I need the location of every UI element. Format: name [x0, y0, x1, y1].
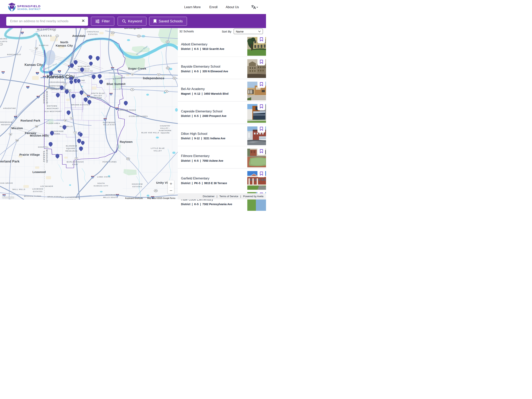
svg-text:169: 169 — [16, 140, 18, 141]
svg-text:UNNINGHAM: UNNINGHAM — [0, 121, 13, 123]
svg-text:COUNTRY: COUNTRY — [160, 125, 170, 127]
svg-text:EAST SIDE: EAST SIDE — [90, 97, 102, 99]
svg-text:NORTHWEST: NORTHWEST — [7, 53, 21, 56]
svg-text:Kansas City: Kansas City — [25, 63, 43, 66]
svg-text:SQUARE -: SQUARE - — [66, 147, 77, 149]
svg-text:PARK: PARK — [54, 133, 60, 135]
svg-text:verland Park: verland Park — [0, 160, 20, 163]
svg-text:635: 635 — [21, 32, 23, 34]
svg-text:LOMA VISTA: LOMA VISTA — [97, 176, 111, 178]
svg-text:SQUARE: SQUARE — [161, 132, 170, 134]
svg-text:24: 24 — [158, 74, 159, 75]
svg-text:LEAWOOD: LEAWOOD — [32, 188, 43, 190]
svg-text:RESEARCH: RESEARCH — [65, 150, 77, 152]
svg-text:HIGHVIEW: HIGHVIEW — [132, 183, 143, 185]
svg-text:NALL HILLS: NALL HILLS — [13, 188, 25, 190]
svg-text:35: 35 — [59, 71, 60, 72]
svg-text:HAWTHORN: HAWTHORN — [159, 129, 171, 131]
svg-text:71: 71 — [71, 118, 72, 119]
svg-text:Leawood: Leawood — [32, 170, 46, 174]
svg-text:ESTATES: ESTATES — [88, 33, 98, 35]
svg-text:56: 56 — [64, 120, 66, 121]
svg-text:ESTATES: ESTATES — [133, 186, 142, 188]
svg-text:78: 78 — [166, 91, 167, 92]
svg-text:70: 70 — [37, 73, 38, 74]
svg-text:ESTATES: ESTATES — [33, 190, 43, 193]
svg-text:ST. CATHERINE'S: ST. CATHERINE'S — [61, 196, 80, 198]
svg-text:435: 435 — [110, 94, 112, 95]
svg-text:70: 70 — [27, 87, 29, 88]
svg-text:Birmingham: Birmingham — [124, 28, 142, 29]
svg-text:24: 24 — [132, 74, 133, 75]
svg-text:ASHLAND RIDGE: ASHLAND RIDGE — [118, 109, 136, 111]
svg-text:MISSOURI: MISSOURI — [37, 28, 53, 31]
svg-text:Prairie Village: Prairie Village — [19, 153, 40, 156]
svg-text:71: 71 — [64, 84, 66, 85]
svg-text:BLUE VUE HILLS: BLUE VUE HILLS — [141, 131, 159, 134]
svg-text:MISSOURI: MISSOURI — [46, 150, 48, 163]
svg-text:Mission: Mission — [11, 126, 23, 130]
svg-text:NORTHEAS: NORTHEAS — [78, 65, 89, 67]
svg-text:KANSAS CITY: KANSAS CITY — [94, 185, 108, 187]
svg-text:70: 70 — [88, 96, 89, 97]
svg-text:LVAN GROVE: LVAN GROVE — [0, 182, 13, 184]
svg-text:PLAZA AREA: PLAZA AREA — [47, 122, 60, 124]
svg-text:470: 470 — [116, 195, 119, 196]
svg-text:435: 435 — [92, 176, 94, 178]
svg-text:350: 350 — [155, 190, 157, 191]
svg-text:VALLEY -: VALLEY - — [160, 127, 170, 129]
svg-text:VALLEY: VALLEY — [154, 150, 162, 152]
svg-text:635: 635 — [2, 72, 4, 73]
svg-text:269: 269 — [85, 28, 87, 29]
svg-text:Roeland Park: Roeland Park — [20, 119, 40, 122]
svg-text:MILLS SOUTH: MILLS SOUTH — [103, 196, 118, 198]
svg-text:29: 29 — [69, 66, 70, 67]
svg-text:Blue Summit: Blue Summit — [107, 82, 126, 85]
svg-text:5: 5 — [1, 44, 1, 45]
svg-text:CHOUTEAU: CHOUTEAU — [87, 31, 99, 33]
svg-text:HILLS EAST: HILLS EAST — [103, 123, 116, 126]
svg-text:MISSOURI: MISSOURI — [46, 91, 48, 105]
svg-text:435: 435 — [112, 68, 114, 69]
svg-text:435: 435 — [104, 119, 106, 120]
svg-text:Kansas City: Kansas City — [56, 44, 73, 47]
svg-text:- WESTPORT: - WESTPORT — [45, 107, 59, 109]
svg-text:350: 350 — [127, 158, 129, 159]
svg-text:71: 71 — [76, 158, 77, 160]
svg-text:FAIRFAX: FAIRFAX — [39, 44, 49, 46]
svg-text:Independence: Independence — [143, 77, 164, 80]
svg-text:HOSPITAL: HOSPITAL — [38, 146, 49, 148]
svg-text:LEA MANOR: LEA MANOR — [40, 185, 53, 187]
svg-text:70: 70 — [116, 108, 118, 109]
svg-text:HICKMAN: HICKMAN — [106, 194, 116, 196]
svg-text:9: 9 — [57, 35, 58, 36]
svg-text:STERLING ACRES: STERLING ACRES — [129, 115, 148, 117]
svg-text:291: 291 — [167, 41, 169, 42]
svg-text:ARGENTINE: ARGENTINE — [3, 107, 16, 109]
svg-text:CROSSROADS: CROSSROADS — [49, 81, 64, 83]
svg-text:78: 78 — [132, 89, 133, 90]
svg-text:291: 291 — [167, 67, 169, 69]
svg-text:71: 71 — [74, 132, 76, 134]
svg-text:MIDTOWN: MIDTOWN — [47, 105, 57, 107]
svg-text:GARDENS: GARDENS — [65, 199, 76, 200]
svg-text:VALLEY: VALLEY — [94, 95, 102, 97]
svg-text:MARLBOROUGH: MARLBOROUGH — [67, 161, 84, 163]
svg-text:EAST: EAST — [72, 163, 78, 165]
svg-text:North: North — [60, 40, 68, 44]
svg-text:BROWN ESTATES: BROWN ESTATES — [71, 104, 90, 106]
svg-text:BLENHEIM: BLENHEIM — [66, 145, 77, 147]
svg-text:Sugar Creek: Sugar Creek — [128, 67, 146, 70]
svg-text:Avondale: Avondale — [72, 34, 86, 37]
svg-text:EASTWOOD: EASTWOOD — [103, 121, 115, 123]
svg-text:169: 169 — [36, 126, 38, 127]
svg-text:BLUFFS: BLUFFS — [0, 40, 7, 42]
svg-text:169: 169 — [53, 29, 56, 31]
svg-text:DOWNTOWN: DOWNTOWN — [49, 85, 62, 87]
svg-text:KANSAS: KANSAS — [43, 151, 45, 162]
svg-text:23rd St S: 23rd St S — [113, 89, 120, 90]
svg-text:KANSAS: KANSAS — [38, 34, 52, 37]
svg-text:PARK FARMS: PARK FARMS — [102, 161, 117, 163]
svg-text:KANSAS: KANSAS — [43, 93, 45, 104]
svg-text:SOUTH: SOUTH — [97, 182, 105, 184]
